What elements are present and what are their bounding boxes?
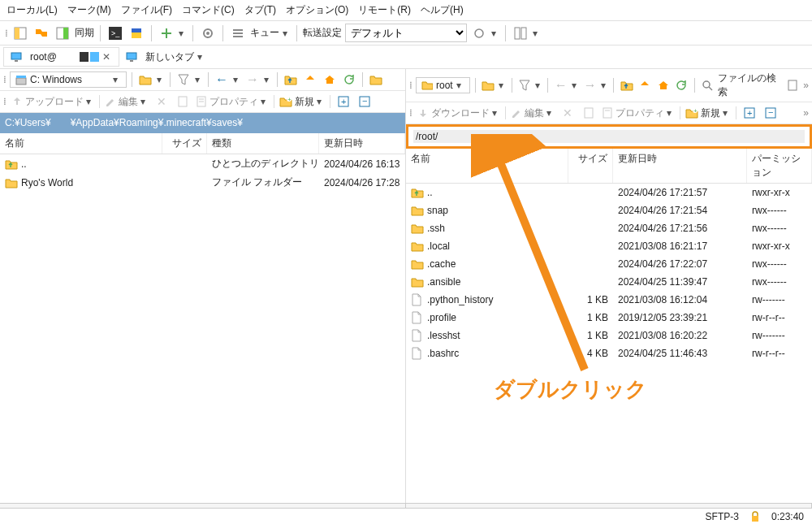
plus-box-icon[interactable]: + <box>335 93 352 110</box>
list-item[interactable]: ..ひとつ上のディレクトリ2024/04/26 16:13 <box>0 154 405 173</box>
back-icon[interactable]: ← <box>553 77 568 93</box>
plus-box-icon[interactable]: + <box>741 105 758 121</box>
refresh-icon[interactable] <box>341 71 357 88</box>
list-item[interactable]: .bashrc4 KB2024/04/25 11:46:43rw-r--r-- <box>406 344 812 362</box>
svg-rect-39 <box>585 108 593 118</box>
search-icon[interactable] <box>700 77 715 93</box>
remote-filelist[interactable]: ..2024/04/26 17:21:57rwxr-xr-xsnap2024/0… <box>406 184 812 503</box>
svg-point-36 <box>703 81 710 88</box>
col-date[interactable]: 更新日時 <box>319 133 405 154</box>
edit-button[interactable]: 編集▾ <box>105 95 149 109</box>
queue-button[interactable]: キュー <box>250 26 279 40</box>
local-path[interactable]: C:¥Users¥ ¥AppData¥Roaming¥.minecraft¥sa… <box>0 113 405 133</box>
forward-icon[interactable]: → <box>244 71 261 88</box>
parent-dir-icon[interactable] <box>283 71 299 88</box>
minus-box-icon[interactable]: − <box>356 93 373 110</box>
svg-line-37 <box>709 87 712 90</box>
list-item[interactable]: .profile1 KB2019/12/05 23:39:21rw-r--r-- <box>406 309 812 327</box>
col-date[interactable]: 更新日時 <box>613 149 747 183</box>
transfer-select[interactable]: デフォルト <box>345 24 467 42</box>
menu-command[interactable]: コマンド(C) <box>182 3 235 17</box>
svg-rect-22 <box>127 53 136 59</box>
home-icon[interactable] <box>656 77 672 93</box>
list-item[interactable]: .python_history1 KB2021/03/08 16:12:04rw… <box>406 291 812 309</box>
menu-mark[interactable]: マーク(M) <box>67 3 111 17</box>
new-button[interactable]: +新規▾ <box>279 95 325 109</box>
folder-icon <box>411 258 424 271</box>
home-icon[interactable] <box>322 71 338 88</box>
parent-dir-icon[interactable] <box>619 77 634 93</box>
panel-left-icon[interactable] <box>11 24 29 42</box>
list-item[interactable]: ..2024/04/26 17:21:57rwxr-xr-x <box>406 184 812 201</box>
folder-icon <box>5 176 18 189</box>
new-button[interactable]: +新規▾ <box>685 106 731 120</box>
list-item[interactable]: snap2024/04/26 17:21:54rwx------ <box>406 201 812 219</box>
list-item[interactable]: .ssh2024/04/26 17:21:56rwx------ <box>406 219 812 237</box>
list-item[interactable]: .cache2024/04/26 17:22:07rwx------ <box>406 255 812 273</box>
menu-help[interactable]: ヘルプ(H) <box>421 3 464 17</box>
folder-open-icon[interactable] <box>137 71 153 88</box>
remote-disk-selector[interactable]: root ▾ <box>416 77 470 93</box>
list-item[interactable]: .ansible2024/04/25 11:39:47rwx------ <box>406 273 812 291</box>
col-size[interactable]: サイズ <box>162 133 207 154</box>
putty-icon[interactable] <box>127 24 145 42</box>
minus-box-icon[interactable]: − <box>762 105 779 121</box>
list-item[interactable]: Ryo's Worldファイル フォルダー2024/04/26 17:28 <box>0 173 405 192</box>
console-icon[interactable]: >_ <box>106 24 124 42</box>
forward-icon[interactable]: → <box>582 77 598 93</box>
col-name[interactable]: 名前 <box>406 149 568 183</box>
delete-icon[interactable]: ✕ <box>153 93 170 110</box>
svg-rect-18 <box>11 53 21 59</box>
search-button[interactable]: ファイルの検索 <box>718 71 781 99</box>
bookmark-icon[interactable] <box>785 77 801 93</box>
back-icon[interactable]: ← <box>214 71 230 88</box>
download-button[interactable]: ダウンロード▾ <box>417 106 500 120</box>
upload-button[interactable]: アップロード▾ <box>11 95 94 109</box>
sync-button[interactable]: 同期 <box>75 26 94 40</box>
col-size[interactable]: サイズ <box>568 149 613 183</box>
folder-open-icon[interactable] <box>481 77 496 93</box>
list-item[interactable]: .lesshst1 KB2021/03/08 16:20:22rw------- <box>406 327 812 344</box>
col-perm[interactable]: パーミッション <box>747 149 812 183</box>
newtab-button[interactable]: 新しいタブ ▾ <box>121 48 210 67</box>
filter-icon[interactable] <box>517 77 533 93</box>
refresh-icon[interactable] <box>674 77 689 93</box>
remote-actionbar: ⁞ ダウンロード▾ 編集▾ ✕ プロパティ▾ +新規▾ + − » <box>406 102 812 124</box>
col-name[interactable]: 名前 <box>0 133 162 154</box>
local-filelist[interactable]: ..ひとつ上のディレクトリ2024/04/26 16:13Ryo's World… <box>0 154 405 503</box>
menu-option[interactable]: オプション(O) <box>286 3 348 17</box>
transfer-settings-icon[interactable] <box>470 24 488 42</box>
sync-compare-icon[interactable] <box>32 24 50 42</box>
remote-navbar: ⁞ root ▾ ▾ ▾ ←▾ →▾ ファイルの検索 » <box>406 69 812 102</box>
queue-icon[interactable] <box>229 24 247 42</box>
props-icon[interactable] <box>175 93 191 110</box>
layout-icon[interactable] <box>512 24 529 42</box>
properties-button[interactable]: プロパティ▾ <box>196 95 269 109</box>
remote-path[interactable]: /root/ <box>406 124 812 149</box>
menu-file[interactable]: ファイル(F) <box>121 3 172 17</box>
svg-rect-48 <box>752 516 758 522</box>
close-icon[interactable]: ✕ <box>102 51 112 63</box>
list-item[interactable]: .local2021/03/08 16:21:17rwxr-xr-x <box>406 237 812 255</box>
svg-text:+: + <box>747 108 752 118</box>
delete-icon[interactable]: ✕ <box>559 105 576 121</box>
local-disk-selector[interactable]: C: Windows ▾ <box>10 71 127 88</box>
tab-active[interactable]: root@ ✕ <box>3 47 119 67</box>
menu-tab[interactable]: タブ(T) <box>244 3 276 17</box>
add-icon[interactable] <box>158 24 175 42</box>
root-dir-icon[interactable] <box>302 71 318 88</box>
props-icon[interactable] <box>581 105 597 121</box>
col-type[interactable]: 種類 <box>207 133 319 154</box>
gear-icon[interactable] <box>199 24 217 42</box>
svg-rect-17 <box>521 28 526 39</box>
folder-icon <box>411 204 424 217</box>
menu-local[interactable]: ローカル(L) <box>6 3 58 17</box>
edit-button[interactable]: 編集▾ <box>511 106 555 120</box>
panel-right-icon[interactable] <box>54 24 71 42</box>
properties-button[interactable]: プロパティ▾ <box>602 106 675 120</box>
footer: SFTP-3 0:23:40 <box>0 508 812 524</box>
filter-icon[interactable] <box>175 71 192 88</box>
bookmark-icon[interactable] <box>368 71 384 88</box>
menu-remote[interactable]: リモート(R) <box>358 3 411 17</box>
root-dir-icon[interactable] <box>637 77 653 93</box>
